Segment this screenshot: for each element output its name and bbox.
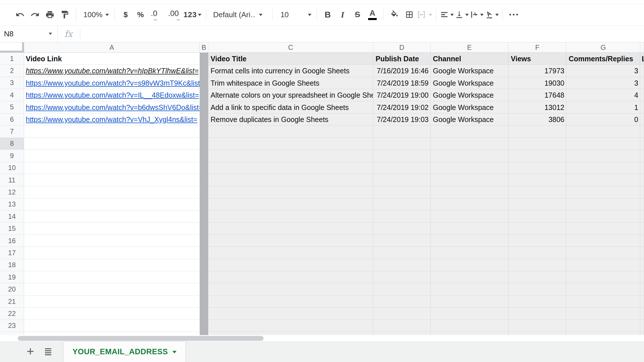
cell-H9[interactable]: [640, 150, 644, 162]
video-link-A6[interactable]: https://www.youtube.com/watch?v=VhJ_Xygl…: [26, 115, 197, 123]
cell-A18[interactable]: [24, 259, 200, 271]
cell-B8[interactable]: [200, 138, 208, 150]
cell-G6[interactable]: 0: [566, 113, 640, 125]
row-header-8[interactable]: 8: [0, 138, 24, 150]
column-header-D[interactable]: D: [373, 42, 431, 53]
cell-C21[interactable]: [208, 296, 373, 308]
row-header-17[interactable]: 17: [0, 247, 24, 259]
cell-H3[interactable]: [640, 77, 644, 89]
cell-E6[interactable]: Google Workspace: [431, 113, 508, 125]
cell-H20[interactable]: [640, 283, 644, 295]
cell-D13[interactable]: [373, 198, 431, 210]
cell-F23[interactable]: [508, 320, 566, 332]
cell-B24[interactable]: [200, 332, 208, 335]
cell-B19[interactable]: [200, 271, 208, 283]
cell-G17[interactable]: [566, 247, 640, 259]
vertical-align-button[interactable]: [454, 7, 469, 22]
cell-A3[interactable]: https://www.youtube.com/watch?v=s98vW3mT…: [24, 77, 200, 89]
cell-B21[interactable]: [200, 296, 208, 308]
cell-H15[interactable]: [640, 223, 644, 235]
cell-H16[interactable]: [640, 235, 644, 247]
cell-C19[interactable]: [208, 271, 373, 283]
cell-E24[interactable]: [431, 332, 508, 335]
video-link-A2[interactable]: https://www.youtube.com/watch?v=hIpBkYTl…: [26, 67, 199, 75]
font-select[interactable]: Default (Ari…: [210, 7, 269, 22]
cell-A22[interactable]: [24, 308, 200, 320]
undo-button[interactable]: [13, 7, 28, 22]
strikethrough-button[interactable]: S: [350, 7, 365, 22]
cell-A20[interactable]: [24, 283, 200, 295]
cell-B1[interactable]: [200, 53, 208, 65]
cell-F2[interactable]: 17973: [508, 65, 566, 77]
cell-C10[interactable]: [208, 162, 373, 174]
merge-cells-button[interactable]: [417, 7, 432, 22]
cell-C16[interactable]: [208, 235, 373, 247]
row-header-11[interactable]: 11: [0, 174, 24, 186]
cell-B11[interactable]: [200, 174, 208, 186]
cell-D1[interactable]: Publish Date: [373, 53, 431, 65]
cell-E5[interactable]: Google Workspace: [431, 101, 508, 113]
cell-A4[interactable]: https://www.youtube.com/watch?v=IL__48Ed…: [24, 89, 200, 101]
cell-A14[interactable]: [24, 210, 200, 223]
font-size-select[interactable]: 10: [276, 7, 313, 22]
cell-H21[interactable]: [640, 296, 644, 308]
cell-F4[interactable]: 17648: [508, 89, 566, 101]
cell-B7[interactable]: [200, 125, 208, 137]
cell-E16[interactable]: [431, 235, 508, 247]
video-link-A4[interactable]: https://www.youtube.com/watch?v=IL__48Ed…: [26, 91, 199, 99]
cell-D24[interactable]: [373, 332, 431, 335]
cell-E17[interactable]: [431, 247, 508, 259]
cell-H14[interactable]: [640, 210, 644, 223]
cell-G10[interactable]: [566, 162, 640, 174]
cell-F11[interactable]: [508, 174, 566, 186]
cell-G16[interactable]: [566, 235, 640, 247]
borders-button[interactable]: [402, 7, 417, 22]
formula-input[interactable]: [80, 26, 644, 42]
cell-E13[interactable]: [431, 198, 508, 210]
row-header-23[interactable]: 23: [0, 320, 24, 332]
cell-F1[interactable]: Views: [508, 53, 566, 65]
cell-F16[interactable]: [508, 235, 566, 247]
cell-C24[interactable]: [208, 332, 373, 335]
cell-F12[interactable]: [508, 186, 566, 198]
fill-color-button[interactable]: [387, 7, 402, 22]
horizontal-scrollbar[interactable]: [18, 336, 264, 341]
cell-G24[interactable]: [566, 332, 640, 335]
cell-D6[interactable]: 7/24/2019 19:03: [373, 113, 431, 125]
cell-A15[interactable]: [24, 223, 200, 235]
row-header-13[interactable]: 13: [0, 198, 24, 210]
cell-B22[interactable]: [200, 308, 208, 320]
cell-E21[interactable]: [431, 296, 508, 308]
cell-C12[interactable]: [208, 186, 373, 198]
column-header-B[interactable]: B: [200, 42, 208, 53]
cell-A1[interactable]: Video Link: [24, 53, 200, 65]
cell-F7[interactable]: [508, 125, 566, 137]
cell-A12[interactable]: [24, 186, 200, 198]
column-header-G[interactable]: G: [566, 42, 640, 53]
cell-H6[interactable]: [640, 113, 644, 125]
text-color-button[interactable]: A: [365, 7, 380, 22]
text-wrap-button[interactable]: [469, 7, 484, 22]
more-formats-button[interactable]: 123: [182, 7, 203, 22]
row-header-6[interactable]: 6: [0, 113, 24, 125]
cell-E11[interactable]: [431, 174, 508, 186]
column-header-H[interactable]: [640, 42, 644, 53]
cell-F20[interactable]: [508, 283, 566, 295]
cell-E9[interactable]: [431, 150, 508, 162]
cell-G23[interactable]: [566, 320, 640, 332]
cell-G1[interactable]: Comments/Replies: [566, 53, 640, 65]
cell-G14[interactable]: [566, 210, 640, 223]
cell-A24[interactable]: [24, 332, 200, 335]
cell-H17[interactable]: [640, 247, 644, 259]
cell-E4[interactable]: Google Workspace: [431, 89, 508, 101]
cell-A2[interactable]: https://www.youtube.com/watch?v=hIpBkYTl…: [24, 65, 200, 77]
cell-H13[interactable]: [640, 198, 644, 210]
cell-F21[interactable]: [508, 296, 566, 308]
row-header-22[interactable]: 22: [0, 308, 24, 320]
cell-A19[interactable]: [24, 271, 200, 283]
cell-E19[interactable]: [431, 271, 508, 283]
cell-E18[interactable]: [431, 259, 508, 271]
cell-F3[interactable]: 19030: [508, 77, 566, 89]
cell-E23[interactable]: [431, 320, 508, 332]
cell-B14[interactable]: [200, 210, 208, 223]
